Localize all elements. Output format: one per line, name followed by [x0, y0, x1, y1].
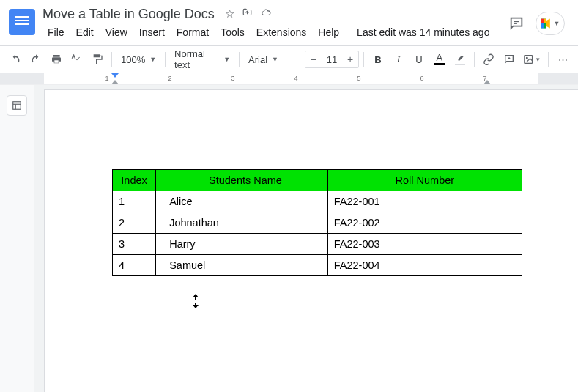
- cell-roll[interactable]: FA22-002: [327, 212, 522, 234]
- spellcheck-button[interactable]: [67, 50, 86, 69]
- menu-help[interactable]: Help: [313, 23, 344, 41]
- link-button[interactable]: [479, 50, 498, 69]
- ruler[interactable]: 1 2 3 4 5 6 7: [0, 73, 578, 85]
- menu-file[interactable]: File: [42, 23, 70, 41]
- menu-insert[interactable]: Insert: [134, 23, 170, 41]
- paint-format-button[interactable]: [88, 50, 107, 69]
- cell-index[interactable]: 4: [113, 255, 156, 276]
- chevron-down-icon: ▼: [554, 20, 560, 27]
- cell-roll[interactable]: FA22-004: [327, 255, 522, 276]
- insert-image-button[interactable]: ▼: [520, 50, 544, 69]
- table-row[interactable]: 4 Samuel FA22-004: [113, 255, 522, 276]
- cell-index[interactable]: 2: [113, 212, 156, 234]
- move-icon[interactable]: [242, 7, 253, 21]
- cell-index[interactable]: 1: [113, 191, 156, 212]
- star-icon[interactable]: ☆: [225, 7, 234, 21]
- bold-button[interactable]: B: [368, 50, 388, 69]
- cloud-icon[interactable]: [260, 7, 272, 21]
- underline-button[interactable]: U: [410, 50, 429, 69]
- chevron-down-icon: ▼: [149, 56, 156, 63]
- chevron-down-icon: ▼: [535, 56, 541, 63]
- ruler-mark: 5: [357, 75, 360, 82]
- menu-extensions[interactable]: Extensions: [251, 23, 311, 41]
- last-edit-link[interactable]: Last edit was 14 minutes ago: [352, 23, 494, 41]
- cell-name[interactable]: Alice: [156, 191, 328, 212]
- ruler-mark: 3: [231, 75, 234, 82]
- table-header-row[interactable]: Index Students Name Roll Number: [113, 170, 522, 191]
- chevron-down-icon: ▼: [272, 56, 278, 63]
- svg-rect-4: [541, 23, 544, 28]
- chevron-down-icon: ▼: [223, 56, 230, 63]
- undo-button[interactable]: [6, 50, 25, 69]
- svg-point-11: [526, 57, 527, 59]
- page[interactable]: Index Students Name Roll Number 1 Alice …: [44, 89, 578, 392]
- cell-name[interactable]: Harry: [156, 234, 328, 255]
- header-index[interactable]: Index: [113, 170, 156, 191]
- doc-title[interactable]: Move a Table in Google Docs: [42, 7, 215, 22]
- highlight-button[interactable]: [451, 50, 470, 69]
- svg-rect-12: [13, 102, 21, 110]
- toolbar: 100%▼ Normal text▼ Arial▼ − + B I U A ▼ …: [0, 45, 578, 73]
- zoom-select[interactable]: 100%▼: [116, 50, 160, 69]
- text-color-label: A: [437, 53, 443, 62]
- outline-button[interactable]: [7, 95, 27, 116]
- cell-name[interactable]: Johnathan: [156, 212, 328, 234]
- cell-roll[interactable]: FA22-001: [327, 191, 522, 212]
- redo-button[interactable]: [26, 50, 45, 69]
- document-canvas[interactable]: Index Students Name Roll Number 1 Alice …: [34, 85, 578, 392]
- svg-rect-7: [544, 23, 546, 28]
- header-roll[interactable]: Roll Number: [327, 170, 522, 191]
- ruler-mark: 4: [294, 75, 297, 82]
- style-select[interactable]: Normal text▼: [170, 50, 234, 69]
- menu-edit[interactable]: Edit: [71, 23, 99, 41]
- header-name[interactable]: Students Name: [156, 170, 328, 191]
- cell-index[interactable]: 3: [113, 234, 156, 255]
- menu-tools[interactable]: Tools: [215, 23, 250, 41]
- table-row[interactable]: 1 Alice FA22-001: [113, 191, 522, 212]
- svg-rect-6: [544, 19, 546, 23]
- menu-format[interactable]: Format: [171, 23, 214, 41]
- italic-button[interactable]: I: [389, 50, 408, 69]
- ruler-mark: 1: [105, 75, 108, 82]
- meet-button[interactable]: ▼: [536, 12, 565, 35]
- menu-view[interactable]: View: [100, 23, 133, 41]
- text-color-button[interactable]: A: [430, 50, 449, 69]
- comments-icon[interactable]: [508, 15, 525, 32]
- table-row[interactable]: 2 Johnathan FA22-002: [113, 212, 522, 234]
- docs-logo[interactable]: [9, 9, 35, 35]
- ruler-mark: 6: [420, 75, 423, 82]
- font-size-input[interactable]: [322, 54, 342, 65]
- data-table[interactable]: Index Students Name Roll Number 1 Alice …: [112, 169, 522, 276]
- print-button[interactable]: [47, 50, 66, 69]
- zoom-value: 100%: [121, 54, 145, 65]
- table-row[interactable]: 3 Harry FA22-003: [113, 234, 522, 255]
- ruler-mark: 2: [168, 75, 171, 82]
- font-select[interactable]: Arial▼: [244, 50, 295, 69]
- add-comment-button[interactable]: [500, 50, 519, 69]
- svg-rect-3: [541, 19, 544, 23]
- font-size-decrease[interactable]: −: [305, 51, 322, 67]
- cell-roll[interactable]: FA22-003: [327, 234, 522, 255]
- font-size-control: − +: [305, 51, 359, 68]
- font-size-increase[interactable]: +: [342, 51, 358, 67]
- menu-bar: File Edit View Insert Format Tools Exten…: [42, 23, 508, 41]
- cell-name[interactable]: Samuel: [156, 255, 328, 276]
- svg-marker-5: [546, 19, 550, 29]
- font-value: Arial: [248, 54, 267, 65]
- more-button[interactable]: ⋯: [553, 50, 572, 69]
- style-value: Normal text: [174, 48, 219, 70]
